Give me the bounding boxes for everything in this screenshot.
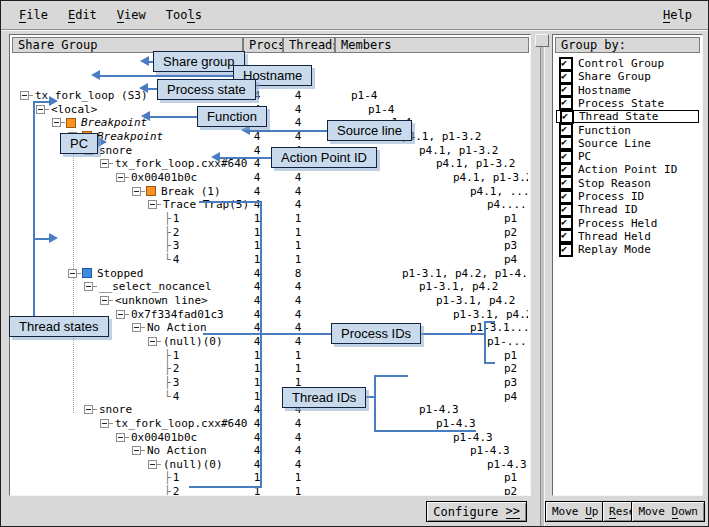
tree-node[interactable]: 0x00401b0c: [116, 171, 197, 184]
checkbox-checked-icon[interactable]: [561, 111, 573, 123]
tree-node[interactable]: (null)(0): [148, 335, 223, 348]
tree-node[interactable]: 0x7f334fad01c3: [116, 308, 224, 321]
tree-expander-icon[interactable]: [52, 118, 61, 127]
table-row[interactable]: 0x00401b0c44p1-4.3: [10, 431, 530, 445]
tree-node[interactable]: ├1: [164, 471, 179, 484]
group-by-item-action-point-id[interactable]: Action Point ID: [556, 163, 699, 176]
table-row[interactable]: ├211p2: [10, 485, 530, 496]
group-by-item-stop-reason[interactable]: Stop Reason: [556, 177, 699, 190]
tree-node[interactable]: Break (1): [132, 185, 221, 198]
tree-node[interactable]: snore: [84, 403, 132, 416]
moveup-button[interactable]: Move Up: [545, 501, 605, 522]
group-by-item-control-group[interactable]: Control Group: [556, 57, 699, 70]
tree-node[interactable]: __select_nocancel: [84, 280, 212, 293]
table-row[interactable]: ├211p2: [10, 362, 530, 376]
tree-expander-icon[interactable]: [148, 460, 157, 469]
tree-node[interactable]: <unknown line>: [100, 294, 208, 307]
tree-expander-icon[interactable]: [148, 337, 157, 346]
checkbox-checked-icon[interactable]: [560, 151, 572, 163]
menu-file[interactable]: File: [9, 5, 58, 25]
tree-node[interactable]: ├3: [164, 376, 179, 389]
table-row[interactable]: tx_fork_loop.cxx#64044p4.1, p1-3.2: [10, 157, 530, 171]
tree-node[interactable]: ├2: [164, 485, 179, 496]
checkbox-checked-icon[interactable]: [560, 244, 572, 256]
table-row[interactable]: └411p4: [10, 253, 530, 267]
group-by-item-share-group[interactable]: Share Group: [556, 70, 699, 83]
tree-expander-icon[interactable]: [116, 173, 125, 182]
table-row[interactable]: ├211p2: [10, 226, 530, 240]
tree-expander-icon[interactable]: [36, 105, 45, 114]
checkbox-checked-icon[interactable]: [560, 204, 572, 216]
table-row[interactable]: tx_fork_loop.cxx#64044p1-4.3: [10, 417, 530, 431]
tree-node[interactable]: ├1: [164, 212, 179, 225]
table-row[interactable]: ├311p3: [10, 239, 530, 253]
sash-grip-icon[interactable]: [535, 34, 549, 47]
checkbox-checked-icon[interactable]: [560, 84, 572, 96]
table-row[interactable]: No Action44p1-4.3: [10, 444, 530, 458]
tree-expander-icon[interactable]: [116, 310, 125, 319]
table-row[interactable]: Breakpoint44p1-4: [10, 116, 530, 130]
tree-expander-icon[interactable]: [20, 91, 29, 100]
tree-expander-icon[interactable]: [148, 200, 157, 209]
group-by-item-process-id[interactable]: Process ID: [556, 190, 699, 203]
menu-edit[interactable]: Edit: [58, 5, 107, 25]
tree-expander-icon[interactable]: [100, 159, 109, 168]
checkbox-checked-icon[interactable]: [560, 164, 572, 176]
tree-node[interactable]: tx_fork_loop.cxx#640: [100, 157, 247, 170]
group-by-item-process-held[interactable]: Process Held: [556, 217, 699, 230]
table-row[interactable]: (null)(0)44p1-4.3: [10, 458, 530, 472]
tree-node[interactable]: tx_fork_loop.cxx#640: [100, 417, 247, 430]
group-by-item-pc[interactable]: PC: [556, 150, 699, 163]
group-by-item-function[interactable]: Function: [556, 124, 699, 137]
tree-node[interactable]: ├2: [164, 362, 179, 375]
tree-expander-icon[interactable]: [100, 296, 109, 305]
tree-expander-icon[interactable]: [132, 323, 141, 332]
tree-node[interactable]: No Action: [132, 321, 207, 334]
table-row[interactable]: __select_nocancel44p1-3.1, p4.2: [10, 280, 530, 294]
tree-expander-icon[interactable]: [84, 405, 93, 414]
tree-expander-icon[interactable]: [116, 433, 125, 442]
tree-node[interactable]: Stopped: [68, 267, 143, 280]
tree-node[interactable]: ├1: [164, 349, 179, 362]
group-by-item-process-state[interactable]: Process State: [556, 97, 699, 110]
tree-node[interactable]: ├2: [164, 226, 179, 239]
menu-help[interactable]: Help: [653, 5, 702, 25]
tree-node[interactable]: (null)(0): [148, 458, 223, 471]
tree-node[interactable]: └4: [164, 253, 179, 266]
tree-node[interactable]: No Action: [132, 444, 207, 457]
tree-expander-icon[interactable]: [132, 187, 141, 196]
group-by-item-source-line[interactable]: Source Line: [556, 137, 699, 150]
checkbox-checked-icon[interactable]: [560, 58, 572, 70]
table-row[interactable]: Break (1)44p4.1, ...: [10, 185, 530, 199]
table-row[interactable]: snore44p1-4.3: [10, 403, 530, 417]
pane-sash[interactable]: [540, 34, 545, 526]
movedown-button[interactable]: Move Down: [631, 501, 705, 522]
table-row[interactable]: ├111p1: [10, 471, 530, 485]
checkbox-checked-icon[interactable]: [560, 97, 572, 109]
tree-expander-icon[interactable]: [132, 446, 141, 455]
checkbox-checked-icon[interactable]: [560, 230, 572, 242]
group-by-item-thread-state[interactable]: Thread State: [556, 110, 699, 123]
table-row[interactable]: Trace Trap(5)44p4....: [10, 198, 530, 212]
tree-node[interactable]: └4: [164, 390, 179, 403]
checkbox-checked-icon[interactable]: [560, 137, 572, 149]
configure-button[interactable]: Configure >>: [426, 501, 527, 522]
group-by-item-replay-mode[interactable]: Replay Mode: [556, 243, 699, 256]
checkbox-checked-icon[interactable]: [560, 71, 572, 83]
table-row[interactable]: ├311p3: [10, 376, 530, 390]
group-by-item-thread-held[interactable]: Thread Held: [556, 230, 699, 243]
menu-tools[interactable]: Tools: [156, 5, 212, 25]
group-by-item-thread-id[interactable]: Thread ID: [556, 203, 699, 216]
table-row[interactable]: ├111p1: [10, 349, 530, 363]
table-row[interactable]: 0x00401b0c44p4.1, p1-3.2: [10, 171, 530, 185]
checkbox-checked-icon[interactable]: [560, 217, 572, 229]
checkbox-checked-icon[interactable]: [560, 191, 572, 203]
table-row[interactable]: Stopped48p1-3.1, p4.2, p1-4.3: [10, 267, 530, 281]
menu-view[interactable]: View: [107, 5, 156, 25]
checkbox-checked-icon[interactable]: [560, 177, 572, 189]
tree-node[interactable]: Breakpoint: [52, 116, 147, 129]
tree-expander-icon[interactable]: [68, 269, 77, 278]
tree-node[interactable]: <local>: [36, 103, 97, 116]
checkbox-checked-icon[interactable]: [560, 124, 572, 136]
table-row[interactable]: ├111p1: [10, 212, 530, 226]
